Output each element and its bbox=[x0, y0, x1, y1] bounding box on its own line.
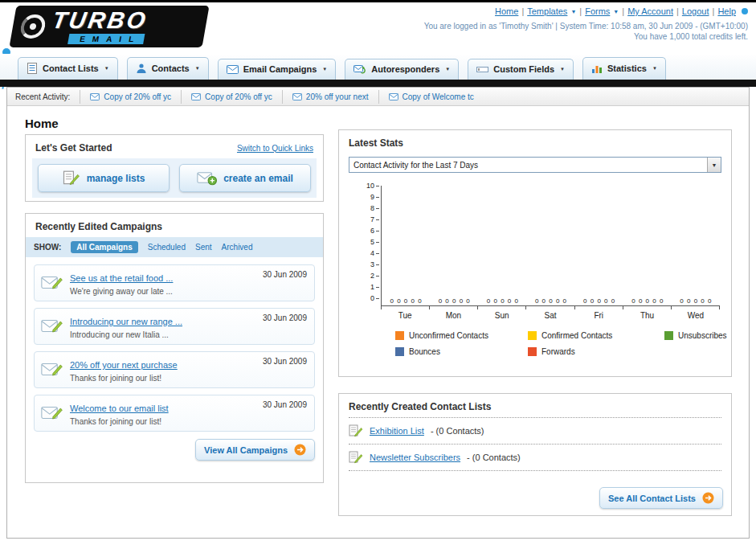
tab-custom-fields[interactable]: Custom Fields ▼ bbox=[468, 59, 574, 80]
divider bbox=[349, 470, 721, 471]
contact-lists-icon bbox=[27, 63, 38, 74]
get-started-body: manage lists create an email bbox=[32, 158, 317, 198]
chart-y-axis: 109876543210 bbox=[362, 182, 381, 302]
chevron-down-icon: ▼ bbox=[652, 66, 657, 71]
envelope-pencil-icon bbox=[41, 313, 63, 339]
tab-email-campaigns[interactable]: Email Campaigns ▼ bbox=[218, 59, 337, 80]
campaigns-filter-bar: SHOW: All Campaigns Scheduled Sent Archi… bbox=[26, 237, 323, 257]
link-help[interactable]: Help bbox=[717, 6, 736, 16]
envelope-pencil-icon bbox=[41, 357, 63, 383]
content-frame: Recent Activity: Copy of 20% off yc Copy… bbox=[6, 87, 750, 539]
legend-swatch bbox=[395, 347, 404, 356]
contact-list-link[interactable]: Exhibition List bbox=[370, 426, 424, 436]
tab-autoresponders[interactable]: Autoresponders ▼ bbox=[345, 59, 459, 80]
campaign-link[interactable]: Welcome to our email list bbox=[70, 404, 169, 413]
campaigns-title: Recently Edited Campaigns bbox=[35, 221, 162, 232]
chevron-down-icon: ▼ bbox=[707, 158, 721, 172]
chevron-down-icon: ▼ bbox=[445, 67, 450, 72]
stats-panel: Latest Stats Contact Activity for the La… bbox=[338, 129, 732, 377]
contact-list-count: - (0 Contacts) bbox=[431, 426, 484, 436]
campaign-date: 30 Jun 2009 bbox=[263, 270, 307, 279]
stats-range-select[interactable]: Contact Activity for the Last 7 Days ▼ bbox=[349, 157, 721, 173]
page-title: Home bbox=[25, 117, 749, 130]
link-forms[interactable]: Forms bbox=[585, 6, 610, 16]
filter-sent[interactable]: Sent bbox=[195, 243, 212, 252]
tab-contacts[interactable]: Contacts ▼ bbox=[127, 57, 209, 80]
legend-swatch bbox=[395, 331, 404, 340]
top-links: Home| Templates▼| Forms▼| My Account| Lo… bbox=[424, 6, 748, 16]
see-all-contact-lists-button[interactable]: See All Contact Lists bbox=[599, 487, 723, 509]
nav-divider-bar bbox=[0, 80, 756, 87]
contacts-icon bbox=[136, 63, 147, 74]
show-label: SHOW: bbox=[34, 243, 61, 252]
campaigns-panel: Recently Edited Campaigns SHOW: All Camp… bbox=[25, 213, 324, 483]
top-header: TURBO EMAIL Home| Templates▼| Forms▼| My… bbox=[0, 2, 756, 54]
email-campaigns-icon bbox=[227, 65, 239, 74]
chart-zero-labels: 0 0 0 0 00 0 0 0 00 0 0 0 00 0 0 0 00 0 … bbox=[382, 297, 720, 305]
campaign-subject: Thanks for joining our list! bbox=[70, 374, 178, 383]
legend-item: Forwards bbox=[528, 347, 664, 356]
contact-list-row[interactable]: Exhibition List - (0 Contacts) bbox=[339, 418, 731, 444]
contact-list-link[interactable]: Newsletter Subscribers bbox=[370, 453, 460, 462]
recent-activity-item[interactable]: Copy of 20% off yc bbox=[181, 90, 282, 104]
stats-title: Latest Stats bbox=[349, 137, 403, 149]
envelope-pencil-icon bbox=[41, 270, 63, 296]
recent-activity-item[interactable]: 20% off your next bbox=[282, 90, 378, 104]
filter-scheduled[interactable]: Scheduled bbox=[148, 243, 186, 252]
filter-all-campaigns[interactable]: All Campaigns bbox=[71, 241, 137, 253]
custom-fields-icon bbox=[476, 64, 488, 74]
campaign-row[interactable]: Welcome to our email list Thanks for joi… bbox=[34, 395, 315, 432]
campaign-link[interactable]: 20% off your next purchase bbox=[70, 360, 178, 370]
campaign-row[interactable]: Introducing our new range ... Introducin… bbox=[34, 308, 315, 345]
link-home[interactable]: Home bbox=[495, 6, 518, 16]
contact-lists-title: Recently Created Contact Lists bbox=[349, 401, 491, 412]
legend-item: Bounces bbox=[395, 347, 528, 356]
recent-activity-item[interactable]: Copy of 20% off yc bbox=[80, 90, 181, 104]
pencil-paper-icon bbox=[349, 451, 363, 464]
envelope-icon bbox=[90, 93, 100, 100]
view-all-campaigns-button[interactable]: View All Campaigns bbox=[195, 439, 315, 461]
campaign-subject: Introducing our new Italia ... bbox=[70, 330, 182, 339]
stats-chart: 109876543210 0 0 0 0 00 0 0 0 00 0 0 0 0… bbox=[362, 186, 720, 356]
legend-swatch bbox=[528, 331, 537, 340]
contact-lists-panel: Recently Created Contact Lists Exhibitio… bbox=[338, 393, 732, 516]
envelope-icon bbox=[292, 93, 302, 100]
contact-list-row[interactable]: Newsletter Subscribers - (0 Contacts) bbox=[339, 445, 731, 470]
statistics-icon bbox=[591, 63, 603, 74]
chevron-down-icon: ▼ bbox=[322, 67, 327, 72]
campaign-subject: Thanks for joining our list! bbox=[70, 417, 169, 426]
chevron-down-icon: ▼ bbox=[195, 66, 200, 71]
arrow-right-icon bbox=[702, 492, 714, 504]
link-my-account[interactable]: My Account bbox=[627, 6, 673, 16]
campaign-row[interactable]: 20% off your next purchase Thanks for jo… bbox=[34, 351, 315, 388]
recent-activity-label: Recent Activity: bbox=[15, 92, 80, 101]
logo-swirl-icon bbox=[18, 14, 47, 39]
recent-activity-item[interactable]: Copy of Welcome tc bbox=[378, 90, 484, 104]
pencil-paper-icon bbox=[63, 170, 80, 186]
campaign-subject: We're giving away our late ... bbox=[70, 287, 173, 296]
legend-swatch bbox=[664, 331, 673, 340]
get-started-panel: Let's Get Started Switch to Quick Links … bbox=[25, 134, 324, 202]
app-logo[interactable]: TURBO EMAIL bbox=[9, 6, 209, 47]
link-logout[interactable]: Logout bbox=[682, 6, 709, 16]
chevron-down-icon: ▼ bbox=[613, 9, 619, 14]
tab-statistics[interactable]: Statistics ▼ bbox=[582, 57, 666, 80]
pencil-paper-icon bbox=[349, 424, 363, 437]
chevron-down-icon: ▼ bbox=[560, 67, 565, 72]
link-templates[interactable]: Templates bbox=[527, 6, 567, 16]
logo-title: TURBO bbox=[51, 9, 149, 32]
campaign-link[interactable]: See us at the retail food ... bbox=[70, 273, 173, 283]
create-email-button[interactable]: create an email bbox=[179, 164, 311, 192]
filter-archived[interactable]: Archived bbox=[222, 243, 253, 252]
chart-plot-area: 0 0 0 0 00 0 0 0 00 0 0 0 00 0 0 0 00 0 … bbox=[381, 186, 720, 306]
help-dot-icon bbox=[742, 8, 748, 14]
campaign-date: 30 Jun 2009 bbox=[263, 357, 307, 366]
envelope-pencil-icon bbox=[41, 400, 63, 426]
campaign-link[interactable]: Introducing our new range ... bbox=[70, 317, 182, 326]
manage-lists-button[interactable]: manage lists bbox=[38, 164, 170, 192]
campaign-list: See us at the retail food ... We're givi… bbox=[26, 257, 323, 433]
campaign-row[interactable]: See us at the retail food ... We're givi… bbox=[34, 264, 315, 301]
legend-item: Unconfirmed Contacts bbox=[395, 331, 528, 340]
tab-contact-lists[interactable]: Contact Lists ▼ bbox=[18, 57, 118, 80]
switch-quick-links[interactable]: Switch to Quick Links bbox=[237, 144, 313, 153]
